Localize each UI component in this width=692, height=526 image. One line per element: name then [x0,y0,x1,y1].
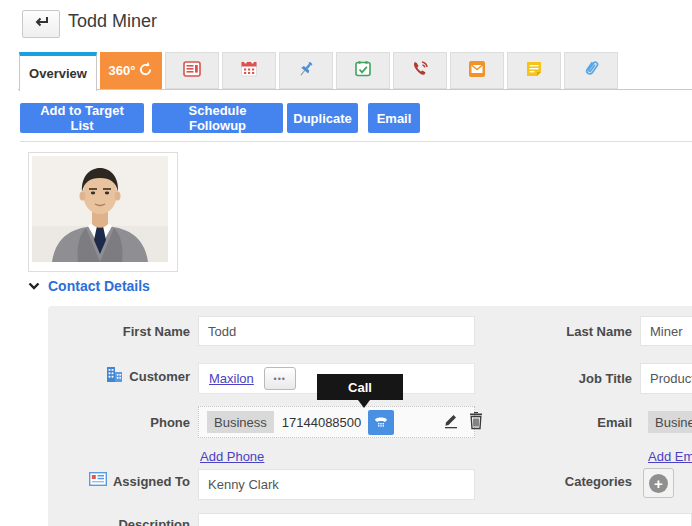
last-name-input[interactable] [640,316,692,346]
add-email-link[interactable]: Add Ema [648,449,692,464]
phone-type-badge[interactable]: Business [207,411,274,433]
updates-icon [183,60,201,82]
tab-emails[interactable] [450,52,504,89]
call-button[interactable] [368,410,394,435]
pushpin-icon [297,60,315,82]
tab-pinned[interactable] [279,52,333,89]
email-label: Email [597,415,632,430]
contact-details-toggle[interactable]: Contact Details [28,277,150,295]
edit-phone-button[interactable] [442,412,459,432]
first-name-input[interactable] [198,316,475,346]
call-tooltip: Call [317,374,403,400]
assigned-to-label: Assigned To [113,474,190,489]
categories-label: Categories [565,474,632,489]
phone-label: Phone [150,415,190,430]
description-textarea[interactable] [198,513,692,526]
customer-label: Customer [129,369,190,384]
trash-icon [468,412,484,433]
tab-attachments[interactable] [564,52,618,89]
tab-calls[interactable] [393,52,447,89]
add-category-button[interactable]: + [643,468,674,498]
email-button[interactable]: Email [368,103,420,133]
customer-more-button[interactable]: ••• [264,367,296,390]
first-name-label: First Name [123,324,190,339]
phone-field: Business 17144088500 [198,406,475,438]
tab-calendar[interactable] [222,52,276,89]
delete-phone-button[interactable] [468,412,484,433]
assigned-user-card-icon [89,472,107,490]
chevron-down-icon [28,277,40,295]
phone-number-value: 17144088500 [282,415,362,430]
calls-icon [411,59,430,82]
last-name-label: Last Name [566,324,632,339]
calendar-icon [240,60,258,82]
emails-icon [468,60,486,82]
add-to-target-list-button[interactable]: Add to Target List [20,103,144,133]
back-button[interactable] [22,10,60,38]
job-title-label: Job Title [579,371,632,386]
schedule-followup-button[interactable]: Schedule Followup [152,103,283,133]
refresh-icon [138,62,153,80]
header-divider [20,141,692,142]
job-title-input[interactable] [640,363,692,394]
notes-icon [525,60,543,82]
contact-detail-page: Todd Miner Overview 360° [0,0,692,526]
plus-icon: + [649,474,668,493]
tab-360[interactable]: 360° [100,52,162,89]
tab-360-label: 360° [109,63,136,78]
page-title: Todd Miner [68,11,157,32]
assigned-to-input[interactable] [198,469,475,500]
organization-icon [106,366,123,386]
description-label: Description [118,517,190,526]
pencil-icon [442,412,459,432]
back-arrow-icon [31,14,51,34]
phone-handset-icon [373,414,389,431]
section-title: Contact Details [48,278,150,294]
email-type-badge[interactable]: Busine [648,411,692,433]
customer-value-link[interactable]: Maxilon [209,371,254,386]
duplicate-button[interactable]: Duplicate [287,103,358,133]
tab-overview-label: Overview [29,66,87,81]
tab-updates[interactable] [165,52,219,89]
tabbar-divider [18,89,692,90]
tab-notes[interactable] [507,52,561,89]
tab-overview[interactable]: Overview [19,52,97,91]
attachments-icon [582,59,601,82]
tab-tasks[interactable] [336,52,390,89]
portrait-image [32,156,168,262]
call-tooltip-caret [358,400,370,408]
contact-photo[interactable] [28,152,178,272]
tasks-icon [354,60,372,82]
add-phone-link[interactable]: Add Phone [200,449,264,464]
